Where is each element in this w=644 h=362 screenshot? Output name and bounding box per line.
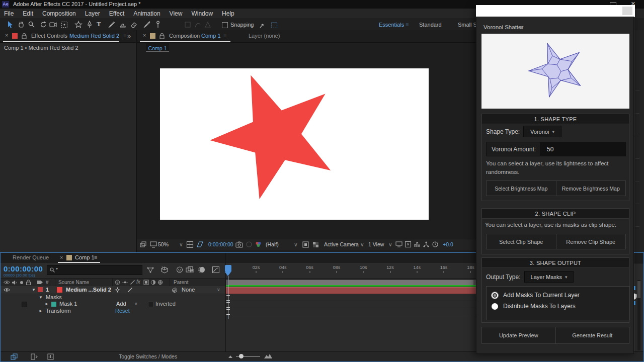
render-queue-tab[interactable]: Render Queue [13,254,49,260]
toggle-switches-modes-button[interactable]: Toggle Switches / Modes [119,353,177,359]
layer-expander-icon[interactable]: ▼ [32,288,36,292]
effect-controls-tab-label[interactable]: Effect Controls [31,33,67,39]
viewer-timecode[interactable]: 0:00:00:00 [208,241,233,247]
layer-tab-label[interactable]: Layer (none) [249,33,280,39]
work-area-bar[interactable] [226,280,476,285]
zoom-in-mountain-icon[interactable] [264,353,272,359]
camera-tool-icon[interactable] [49,21,57,28]
zoom-out-mountain-icon[interactable] [228,354,233,358]
transparency-grid-icon[interactable] [312,241,319,248]
timeline-zoom-slider-knob[interactable] [239,354,244,358]
timeline-vertical-scrollbar[interactable] [637,280,640,350]
comp-selector-tab[interactable]: Comp 1 [146,43,169,52]
expand-render-time-icon[interactable] [47,353,54,360]
mask-mode-arrow-icon[interactable]: ∨ [134,301,138,306]
share-view-icon[interactable] [395,241,403,248]
layer-anchor-switch-icon[interactable] [115,287,120,293]
timeline-search-input[interactable]: ▾ [47,265,142,275]
menu-item-view[interactable]: View [170,10,183,17]
show-channel-icon[interactable] [255,241,262,248]
composition-tab-label[interactable]: Composition [169,33,200,39]
workspace-standard[interactable]: Standard [419,22,442,28]
select-brightness-map-button[interactable]: Select Brightness Map [487,181,556,196]
region-of-interest-icon[interactable] [302,241,309,248]
menu-item-file[interactable]: File [4,10,14,17]
distribute-masks-radio-label[interactable]: Distribute Masks To Layers [503,303,576,310]
mask-row-checkbox[interactable] [22,302,27,307]
generate-result-button[interactable]: Generate Result [556,327,629,343]
voronoi-shatter-tab-label[interactable]: Voronoi Shatter [484,24,523,30]
update-preview-button[interactable]: Update Preview [482,327,555,343]
menu-item-help[interactable]: Help [222,10,234,17]
magnification-arrow-icon[interactable]: ∨ [179,241,183,247]
layer-visibility-eye-icon[interactable] [4,288,10,292]
layer-duration-bar[interactable] [226,287,476,294]
parent-dropdown[interactable]: None [182,287,195,293]
pixel-aspect-icon[interactable] [405,241,412,248]
brush-tool-icon[interactable] [108,21,116,29]
draft-3d-icon[interactable] [160,266,169,274]
tab-overflow-icon[interactable]: » [127,32,131,40]
remove-clip-shape-button[interactable]: Remove Clip Shape [556,234,626,249]
panel-menu-icon[interactable]: ≡ [520,24,523,30]
camera-view-arrow-icon[interactable]: ∨ [360,241,364,247]
primary-viewer-icon[interactable] [150,241,157,248]
mask-color-chip[interactable] [51,302,56,307]
magnification-dropdown[interactable]: 50% [158,241,169,247]
selection-tool-icon[interactable] [6,21,14,29]
expand-in-out-icon[interactable] [31,353,38,360]
panel-menu-icon[interactable]: ≡ [123,33,126,39]
menu-item-edit[interactable]: Edit [23,10,33,17]
snap-region-icon[interactable] [270,21,278,29]
panel-menu-icon[interactable]: ≡ [94,254,97,260]
composition-tab-close-icon[interactable]: × [143,32,146,38]
composition-network-icon[interactable] [146,266,154,274]
composition-tab-comp-name[interactable]: Comp 1 [201,33,221,39]
mask-mode-dropdown[interactable]: Add [116,301,126,307]
timeline-comp-tab[interactable]: Comp 1 [75,254,95,260]
distribute-masks-radio[interactable] [492,303,498,310]
masks-group-label[interactable]: Masks [46,294,62,300]
workspace-essentials[interactable]: Essentials [379,22,404,28]
voronoi-amount-input[interactable]: 50 [540,142,625,156]
workspace-menu-icon[interactable]: ≡ [406,22,409,28]
effect-controls-tab-close-icon[interactable]: × [5,32,8,38]
panel-lock-icon[interactable] [159,33,165,39]
resolution-arrow-icon[interactable]: ∨ [294,241,298,247]
clone-stamp-tool-icon[interactable] [119,21,127,29]
output-type-dropdown[interactable]: Layer Masks ▾ [524,271,574,283]
select-clip-shape-button[interactable]: Select Clip Shape [487,234,556,249]
always-preview-icon[interactable] [140,241,147,248]
snapping-checkbox[interactable] [222,22,228,28]
camera-view-dropdown[interactable]: Active Camera [324,241,359,247]
layer-quality-switch-icon[interactable] [127,287,133,293]
snapshot-icon[interactable] [235,241,243,248]
exposure-value[interactable]: +0.0 [443,241,453,247]
effect-controls-target-name[interactable]: Medium Red Solid 2 [69,33,119,39]
mask-expander-icon[interactable]: ► [45,302,49,306]
roto-brush-tool-icon[interactable] [143,21,151,29]
composition-canvas[interactable] [160,68,429,220]
reset-exposure-icon[interactable] [432,241,439,248]
snap-options-icon[interactable] [259,21,267,29]
panel-lock-icon[interactable] [21,33,27,39]
script-window-close-button[interactable] [622,7,632,15]
shy-layers-icon[interactable] [176,266,184,274]
search-options-arrow-icon[interactable]: ▾ [56,266,58,271]
timeline-timecode[interactable]: 0:00:00:00 [4,264,43,273]
add-masks-radio[interactable] [492,292,498,299]
pan-behind-tool-icon[interactable] [60,21,68,29]
remove-brightness-map-button[interactable]: Remove Brightness Map [556,181,626,196]
menu-item-layer[interactable]: Layer [85,10,100,17]
masks-expander-icon[interactable]: ▼ [39,295,43,300]
source-name-column-header[interactable]: Source Name [58,280,89,285]
eraser-tool-icon[interactable] [130,21,138,29]
frame-blending-icon[interactable] [186,266,194,274]
menu-item-window[interactable]: Window [191,10,213,17]
grid-guides-icon[interactable] [186,241,194,248]
transform-reset-link[interactable]: Reset [115,308,130,314]
motion-blur-icon[interactable] [198,266,206,274]
transform-group-label[interactable]: Transform [46,308,71,314]
puppet-pin-tool-icon[interactable] [154,21,162,29]
hand-tool-icon[interactable] [17,21,25,29]
